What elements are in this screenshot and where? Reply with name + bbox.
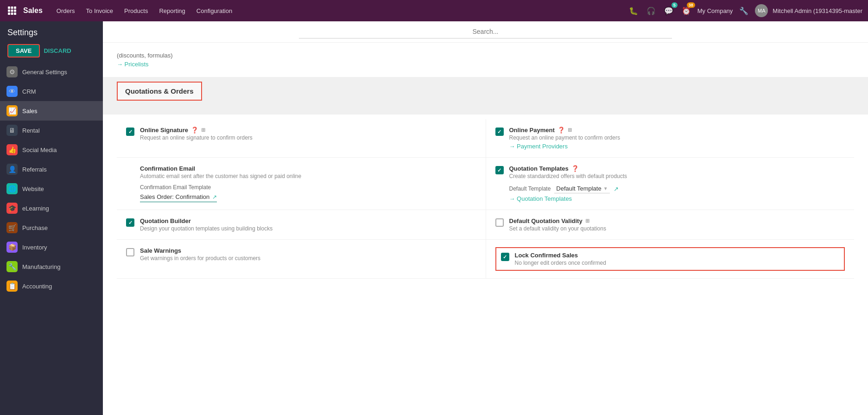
default-quotation-validity-content: Default Quotation Validity ⊞ Set a defau… (509, 217, 845, 232)
company-name[interactable]: My Company (697, 7, 733, 14)
bug-icon[interactable]: 🐛 (627, 4, 640, 17)
default-template-field: Default Template Default Template ▼ ↗ (509, 184, 845, 193)
sidebar-item-accounting[interactable]: 📋 Accounting (0, 276, 103, 296)
online-payment-checkbox[interactable]: ✓ (495, 128, 504, 136)
discard-button[interactable]: DISCARD (44, 47, 71, 54)
online-signature-checkbox[interactable]: ✓ (126, 128, 134, 136)
lock-confirmed-title: Lock Confirmed Sales (515, 252, 840, 259)
apps-icon[interactable] (6, 4, 19, 17)
svg-rect-3 (8, 10, 10, 12)
website-icon: 🌐 (6, 183, 18, 194)
user-name[interactable]: Mitchell Admin (19314395-master (773, 7, 862, 14)
svg-rect-5 (14, 10, 16, 12)
activity-icon[interactable]: ⏰ 38 (680, 4, 693, 17)
lock-confirmed-content: Lock Confirmed Sales No longer edit orde… (515, 252, 840, 266)
search-input[interactable] (299, 25, 672, 38)
avatar[interactable]: MA (755, 4, 768, 17)
svg-rect-4 (11, 10, 13, 12)
setting-online-signature: ✓ Online Signature ❓ ⊞ Request an online… (117, 119, 486, 157)
sidebar-item-purchase[interactable]: 🛒 Purchase (0, 218, 103, 237)
quotation-builder-desc: Design your quotation templates using bu… (140, 225, 476, 232)
lock-confirmed-desc: No longer edit orders once confirmed (515, 260, 840, 266)
setting-quotation-builder: ✓ Quotation Builder Design your quotatio… (117, 210, 486, 239)
default-quotation-validity-desc: Set a default validity on your quotation… (509, 225, 845, 232)
general-settings-icon: ⚙ (6, 66, 18, 77)
sidebar-item-label: CRM (22, 88, 36, 95)
online-payment-title: Online Payment ❓ ⊞ (509, 127, 845, 134)
purchase-icon: 🛒 (6, 222, 18, 233)
pricelist-link[interactable]: → Pricelists (117, 61, 149, 68)
sidebar-item-label: Inventory (22, 244, 47, 251)
wrench-icon[interactable]: 🔧 (737, 4, 750, 17)
messages-badge: 5 (672, 2, 678, 8)
nav-products[interactable]: Products (120, 6, 152, 16)
default-quotation-validity-checkbox[interactable] (495, 218, 504, 227)
sidebar-item-label: Website (22, 185, 44, 192)
settings-grid: ✓ Online Signature ❓ ⊞ Request an online… (117, 119, 854, 279)
default-template-label: Default Template (509, 185, 551, 192)
sidebar-item-label: eLearning (22, 205, 49, 212)
elearning-icon: 🎓 (6, 203, 18, 214)
sale-warnings-title: Sale Warnings (140, 247, 476, 254)
sidebar-item-website[interactable]: 🌐 Website (0, 179, 103, 198)
svg-rect-7 (11, 13, 13, 15)
online-payment-grid-icon[interactable]: ⊞ (568, 127, 572, 133)
headset-icon[interactable]: 🎧 (645, 4, 658, 17)
default-template-select[interactable]: Default Template ▼ (554, 184, 609, 193)
quotation-templates-link[interactable]: → Quotation Templates (509, 195, 572, 202)
sidebar-item-crm[interactable]: 👁 CRM (0, 82, 103, 101)
sidebar-item-rental[interactable]: 🖥 Rental (0, 121, 103, 140)
quotation-builder-checkbox[interactable]: ✓ (126, 218, 134, 227)
default-quotation-validity-title: Default Quotation Validity ⊞ (509, 217, 845, 224)
quotation-templates-help-icon[interactable]: ❓ (571, 165, 579, 172)
pricelist-note: (discounts, formulas) (117, 47, 854, 61)
svg-rect-8 (14, 13, 16, 15)
online-signature-grid-icon[interactable]: ⊞ (201, 127, 205, 133)
online-signature-help-icon[interactable]: ❓ (191, 127, 198, 134)
lock-confirmed-checkbox[interactable]: ✓ (501, 253, 509, 261)
online-payment-desc: Request an online payment to confirm ord… (509, 134, 845, 141)
nav-orders[interactable]: Orders (52, 6, 80, 16)
sidebar-item-label: Referrals (22, 166, 47, 173)
setting-sale-warnings: Sale Warnings Get warnings in orders for… (117, 240, 486, 278)
app-name: Sales (23, 6, 43, 15)
quotation-builder-title: Quotation Builder (140, 217, 476, 224)
sidebar-item-manufacturing[interactable]: 🔧 Manufacturing (0, 257, 103, 276)
quotation-templates-checkbox[interactable]: ✓ (495, 166, 504, 174)
sidebar-item-sales[interactable]: 📈 Sales (0, 101, 103, 121)
online-signature-content: Online Signature ❓ ⊞ Request an online s… (140, 127, 476, 141)
crm-icon: 👁 (6, 86, 18, 97)
nav-reporting[interactable]: Reporting (154, 6, 190, 16)
sales-icon: 📈 (6, 105, 18, 116)
default-template-ext-link[interactable]: ↗ (614, 185, 619, 192)
nav-configuration[interactable]: Configuration (192, 6, 237, 16)
messages-icon[interactable]: 💬 5 (662, 4, 675, 17)
settings-content: (discounts, formulas) → Pricelists Quota… (103, 43, 868, 293)
quotation-templates-title: Quotation Templates ❓ (509, 165, 845, 172)
email-template-ext-link[interactable]: ↗ (212, 194, 217, 200)
svg-rect-6 (8, 13, 10, 15)
setting-online-payment: ✓ Online Payment ❓ ⊞ Request an online p… (486, 119, 855, 157)
default-validity-grid-icon[interactable]: ⊞ (585, 218, 589, 224)
section-title: Quotations & Orders (117, 82, 202, 101)
nav-to-invoice[interactable]: To Invoice (82, 6, 118, 16)
confirmation-email-title: Confirmation Email (140, 165, 476, 172)
email-template-field: Confirmation Email Template Sales Order:… (140, 184, 476, 202)
online-payment-help-icon[interactable]: ❓ (558, 127, 565, 134)
sale-warnings-content: Sale Warnings Get warnings in orders for… (140, 247, 476, 262)
sidebar-item-social-media[interactable]: 👍 Social Media (0, 140, 103, 160)
email-template-value: Sales Order: Confirmation ↗ (140, 192, 217, 202)
accounting-icon: 📋 (6, 281, 18, 292)
save-button[interactable]: SAVE (7, 44, 40, 57)
sidebar-item-elearning[interactable]: 🎓 eLearning (0, 198, 103, 218)
main-content: (discounts, formulas) → Pricelists Quota… (103, 21, 868, 415)
quotation-templates-content: Quotation Templates ❓ Create standardize… (509, 165, 845, 202)
sidebar-item-label: Accounting (22, 283, 52, 290)
sidebar-item-referrals[interactable]: 👤 Referrals (0, 160, 103, 179)
inventory-icon: 📦 (6, 242, 18, 253)
manufacturing-icon: 🔧 (6, 261, 18, 272)
payment-providers-link[interactable]: → Payment Providers (509, 143, 568, 150)
sidebar-item-inventory[interactable]: 📦 Inventory (0, 237, 103, 257)
sale-warnings-checkbox[interactable] (126, 248, 134, 256)
sidebar-item-general-settings[interactable]: ⚙ General Settings (0, 62, 103, 82)
